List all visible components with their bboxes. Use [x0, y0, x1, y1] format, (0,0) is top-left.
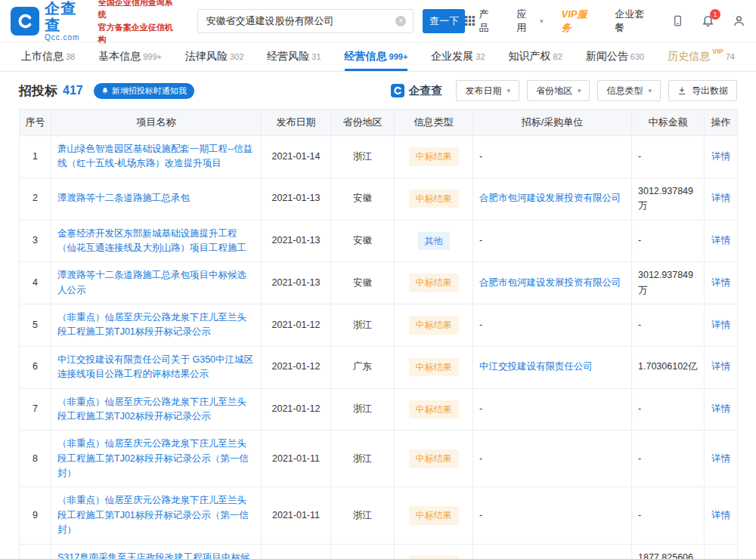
table-header: 序号 项目名称 发布日期 省份地区 信息类型 招标/采购单位 中标金额 操作 [20, 110, 738, 136]
mobile-app-icon[interactable] [672, 14, 683, 27]
tab-新闻公告[interactable]: 新闻公告630 [586, 42, 644, 71]
clear-search-icon[interactable]: × [395, 16, 406, 26]
province: 安徽 [331, 544, 395, 559]
info-type-badge: 中标结果 [409, 316, 459, 335]
download-icon [677, 86, 686, 95]
bell-icon[interactable]: 1 [702, 14, 714, 27]
project-name-link[interactable]: S317阜南采集至王店孜段改建工程项目中标候选人公示 [57, 552, 249, 559]
export-data-button[interactable]: 导出数据 [668, 80, 737, 101]
filter-publish-date[interactable]: 发布日期▾ [456, 80, 519, 101]
purchaser-link[interactable]: 合肥市包河建设发展投资有限公司 [479, 193, 621, 203]
province: 广东 [331, 346, 395, 388]
notify-subscribe-button[interactable]: 新增招投标时通知我 [94, 83, 194, 99]
detail-link[interactable]: 详情 [711, 510, 730, 520]
user-icon[interactable] [733, 14, 745, 27]
publish-date: 2021-01-14 [262, 136, 331, 178]
export-data-label: 导出数据 [692, 85, 728, 97]
qcc-watermark: 企查查 [391, 84, 442, 98]
publish-date: 2021-01-13 [262, 262, 331, 304]
tab-label: 企业发展 [431, 50, 473, 63]
tab-count: 38 [66, 52, 75, 61]
detail-link[interactable]: 详情 [711, 235, 730, 246]
tab-法律风险[interactable]: 法律风险302 [185, 42, 243, 71]
notify-label: 新增招投标时通知我 [112, 85, 187, 97]
col-header-project-name: 项目名称 [51, 110, 262, 136]
publish-date: 2021-01-12 [262, 388, 331, 431]
info-type-badge: 中标结果 [409, 358, 459, 377]
watermark-label: 企查查 [408, 84, 442, 98]
project-name-link[interactable]: 中江交投建设有限责任公司关于 G350中江城区连接线项目公路工程的评标结果公示 [57, 354, 253, 379]
project-name-link[interactable]: （非重点）仙居至庆元公路龙泉下庄儿至兰头段工程施工第TJ02标段开标记录公示 [57, 397, 246, 422]
purchaser-link[interactable]: 合肥市包河建设发展投资有限公司 [479, 277, 621, 288]
top-nav: 产品 应用 ▾ VIP服务 企业套餐 1 [465, 8, 745, 35]
bid-amount: 3012.937849万 [632, 262, 705, 304]
tab-count: 302 [230, 52, 243, 61]
detail-link[interactable]: 详情 [711, 361, 730, 372]
detail-link[interactable]: 详情 [711, 453, 730, 464]
info-type-badge: 中标结果 [409, 147, 459, 166]
detail-link[interactable]: 详情 [711, 403, 730, 414]
filter-info-type[interactable]: 信息类型▾ [597, 80, 661, 101]
tab-count: 82 [553, 52, 562, 61]
project-name-link[interactable]: （非重点）仙居至庆元公路龙泉下庄儿至兰头段工程施工第TJ01标段开标记录公示（第… [57, 495, 249, 535]
info-type-badge: 中标结果 [409, 506, 459, 525]
nav-apps[interactable]: 应用 ▾ [516, 8, 543, 35]
col-header-amount: 中标金额 [632, 110, 705, 136]
chevron-down-icon: ▾ [540, 17, 544, 25]
qcc-logo-icon [11, 7, 39, 36]
purchaser-cell: 合肥市包河建设发展投资有限公司 [473, 178, 632, 220]
project-name-link[interactable]: （非重点）仙居至庆元公路龙泉下庄儿至兰头段工程施工第TJ01标段开标记录公示 [57, 312, 246, 337]
tab-企业发展[interactable]: 企业发展32 [431, 42, 485, 71]
nav-vip-service[interactable]: VIP服务 [562, 8, 597, 35]
col-header-no: 序号 [20, 110, 51, 136]
nav-products-label: 产品 [479, 8, 498, 35]
info-type-badge: 中标结果 [409, 400, 459, 419]
publish-date: 2021-01-11 [262, 487, 331, 544]
tab-知识产权[interactable]: 知识产权82 [509, 42, 562, 71]
tab-count: 999+ [389, 52, 408, 61]
slogan-line1: 全国企业信用查询系统 [98, 0, 181, 21]
nav-products[interactable]: 产品 [465, 8, 498, 35]
qcc-watermark-icon [391, 84, 404, 97]
search-input[interactable] [198, 15, 395, 26]
project-name-link[interactable]: 萧山绿色智造园区基础设施配套一期工程--信益线（红十五线-机场东路）改造提升项目 [57, 144, 253, 168]
brand-domain: Qcc.com [45, 33, 92, 42]
tab-经营风险[interactable]: 经营风险31 [267, 42, 321, 71]
tab-基本信息[interactable]: 基本信息999+ [98, 42, 162, 71]
province: 安徽 [331, 220, 395, 262]
notification-badge: 1 [710, 9, 720, 20]
tab-label: 知识产权 [509, 50, 551, 63]
tab-历史信息[interactable]: 历史信息VIP74 [668, 42, 735, 71]
project-name-link[interactable]: 潭渡路等十二条道路施工总承包 [57, 193, 190, 203]
tab-经营信息[interactable]: 经营信息999+ [345, 42, 408, 71]
purchaser-cell: - [473, 220, 632, 262]
col-header-action: 操作 [705, 110, 738, 136]
col-header-purchaser: 招标/采购单位 [473, 110, 632, 136]
search-button[interactable]: 查一下 [423, 9, 465, 33]
row-index: 2 [20, 178, 51, 220]
province: 浙江 [331, 487, 395, 544]
tab-count: 31 [311, 52, 321, 61]
purchaser-cell: - [473, 136, 632, 178]
section-header: 招投标 417 新增招投标时通知我 企查查 发布日期▾ 省份地区▾ 信息类型▾ [0, 72, 756, 109]
detail-link[interactable]: 详情 [711, 151, 730, 162]
purchaser-link[interactable]: 中江交投建设有限责任公司 [479, 361, 593, 372]
filter-province[interactable]: 省份地区▾ [527, 80, 590, 101]
qcc-logo[interactable]: 企查查 Qcc.com [11, 0, 92, 42]
project-name-link[interactable]: （非重点）仙居至庆元公路龙泉下庄儿至兰头段工程施工第TJ02标段开标记录公示（第… [57, 438, 249, 478]
bid-amount: - [632, 431, 705, 487]
info-type-badge: 中标结果 [409, 449, 459, 468]
table-row: 10 S317阜南采集至王店孜段改建工程项目中标候选人公示 2021-01-08… [20, 544, 738, 559]
section-count: 417 [63, 84, 83, 97]
nav-enterprise-package[interactable]: 企业套餐 [615, 8, 654, 35]
detail-link[interactable]: 详情 [711, 193, 730, 203]
project-name-link[interactable]: 潭渡路等十二条道路施工总承包项目中标候选人公示 [57, 270, 246, 295]
detail-link[interactable]: 详情 [711, 320, 730, 330]
publish-date: 2021-01-12 [262, 304, 331, 347]
bid-amount: - [632, 304, 705, 347]
project-name-link[interactable]: 金寨经济开发区东部新城基础设施提升工程（仙花互通连接线及大别山路）项目工程施工 [57, 228, 246, 253]
detail-link[interactable]: 详情 [711, 277, 730, 288]
tab-上市信息[interactable]: 上市信息38 [21, 42, 75, 71]
publish-date: 2021-01-11 [262, 431, 331, 487]
province: 浙江 [331, 388, 395, 431]
